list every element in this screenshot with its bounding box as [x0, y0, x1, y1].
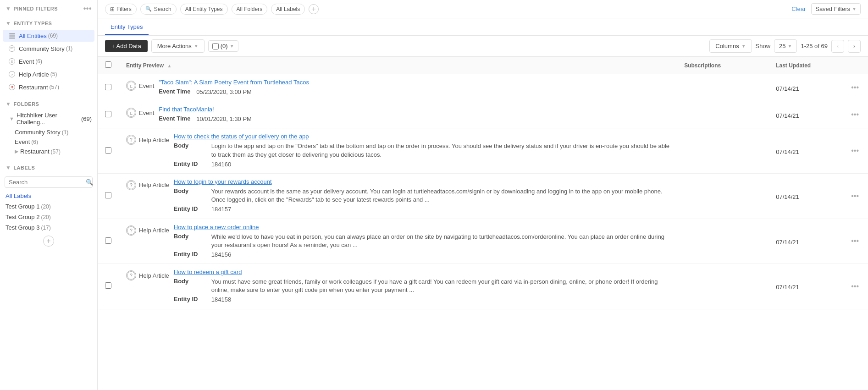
row-checkbox-0[interactable] — [105, 84, 111, 90]
row-checkbox-2[interactable] — [105, 147, 111, 154]
row-more-button[interactable]: ••• — [849, 280, 861, 292]
pinned-filters-more-icon[interactable]: ••• — [83, 5, 92, 13]
entity-title-link[interactable]: How to place a new order online — [174, 224, 669, 231]
clear-button[interactable]: Clear — [790, 4, 807, 14]
svg-text:E: E — [130, 111, 133, 115]
entity-title-link[interactable]: "Taco Slam": A Slam Poetry Event from Tu… — [159, 79, 309, 86]
entity-field-label: Body — [174, 233, 206, 240]
entity-field-label: Entity ID — [174, 296, 206, 302]
table-row: ? Help Article How to login to your rewa… — [98, 173, 868, 219]
actionbar: + Add Data More Actions ▼ (0) ▼ Columns … — [98, 36, 868, 57]
row-more-button[interactable]: ••• — [849, 82, 861, 93]
entity-type-icon: ? — [126, 180, 136, 190]
row-actions-cell: ••• — [842, 219, 868, 264]
svg-text:E: E — [11, 60, 13, 63]
filters-button[interactable]: ⊞ Filters — [105, 4, 137, 15]
folder-child-community-story[interactable]: Community Story (1) — [0, 127, 97, 137]
restaurant-icon: 📍 — [8, 83, 16, 91]
header-checkbox[interactable] — [105, 61, 111, 68]
row-checkbox-cell — [98, 74, 119, 101]
entity-field: Entity ID 184156 — [174, 251, 669, 259]
tab-entity-types[interactable]: Entity Types — [105, 20, 149, 35]
label-test-group-1[interactable]: Test Group 1 (20) — [0, 201, 97, 212]
columns-button[interactable]: Columns ▼ — [709, 39, 752, 53]
folders-header: ▼ FOLDERS — [0, 96, 97, 110]
entity-type-name: Help Article — [139, 137, 169, 143]
row-more-button[interactable]: ••• — [849, 235, 861, 247]
folders-label: FOLDERS — [13, 101, 39, 107]
event-icon: E — [8, 58, 16, 65]
all-labels-button[interactable]: All Labels — [271, 4, 305, 15]
table-row: ? Help Article How to place a new order … — [98, 219, 868, 264]
all-entities-count: (69) — [48, 33, 58, 39]
show-count-button[interactable]: 25 ▼ — [774, 39, 797, 53]
subscriptions-cell — [677, 101, 768, 128]
folder-child-event[interactable]: Event (6) — [0, 137, 97, 147]
sidebar-item-all-entities[interactable]: All Entities (69) — [3, 30, 94, 42]
add-data-button[interactable]: + Add Data — [105, 40, 148, 52]
entity-title-link[interactable]: Find that TacoMania! — [159, 106, 252, 113]
folder-child-restaurant[interactable]: ▶ Restaurant (57) — [0, 147, 97, 156]
entity-cell: ? Help Article How to place a new order … — [119, 219, 677, 264]
entity-field: Body You must have some great friends, f… — [174, 278, 669, 294]
last-updated-cell: 07/14/21 — [768, 74, 842, 101]
sidebar-item-restaurant[interactable]: 📍 Restaurant (57) — [3, 81, 94, 93]
entity-cell-inner: ? Help Article How to redeem a gift card… — [126, 269, 669, 304]
saved-filters-button[interactable]: Saved Filters ▼ — [811, 3, 861, 15]
sidebar-item-event[interactable]: E Event (6) — [3, 55, 94, 67]
th-entity-preview[interactable]: Entity Preview ▲ — [119, 57, 677, 74]
entity-type-icon: ? — [126, 135, 136, 145]
more-actions-button[interactable]: More Actions ▼ — [151, 39, 205, 53]
row-checkbox-3[interactable] — [105, 192, 111, 198]
row-actions-cell: ••• — [842, 173, 868, 219]
sidebar-item-community-story[interactable]: Community Story (1) — [3, 43, 94, 55]
row-checkbox-1[interactable] — [105, 111, 111, 117]
show-label: Show — [756, 43, 771, 49]
add-filter-button[interactable]: + — [309, 4, 319, 14]
event-label: Event — [19, 58, 34, 65]
entity-title-link[interactable]: How to redeem a gift card — [174, 269, 669, 275]
last-updated-cell: 07/14/21 — [768, 101, 842, 128]
all-folders-button[interactable]: All Folders — [232, 4, 268, 15]
entity-title-link[interactable]: How to check the status of your delivery… — [174, 133, 669, 140]
row-actions-cell: ••• — [842, 74, 868, 101]
sidebar-item-help-article[interactable]: ? Help Article (5) — [3, 68, 94, 80]
select-all-checkbox[interactable] — [212, 43, 219, 49]
labels-search-input[interactable] — [9, 179, 86, 186]
restaurant-count: (57) — [50, 84, 59, 90]
entity-field-label: Body — [174, 142, 206, 149]
table-header-row: Entity Preview ▲ Subscriptions Last Upda… — [98, 57, 868, 74]
add-label-button[interactable]: + — [43, 236, 54, 247]
row-more-button[interactable]: ••• — [849, 109, 861, 121]
next-page-button[interactable]: › — [848, 40, 861, 53]
entity-title-link[interactable]: How to login to your rewards account — [174, 178, 669, 185]
prev-page-button[interactable]: ‹ — [831, 40, 844, 53]
select-all-checkbox-area[interactable]: (0) ▼ — [208, 40, 238, 52]
row-actions-cell: ••• — [842, 101, 868, 128]
main-content: ⊞ Filters 🔍 Search All Entity Types All … — [98, 0, 868, 390]
row-checkbox-4[interactable] — [105, 237, 111, 244]
entity-type-col: ? Help Article — [126, 178, 169, 214]
label-test-group-3[interactable]: Test Group 3 (17) — [0, 222, 97, 233]
svg-text:E: E — [130, 84, 133, 88]
folder-hitchhiker[interactable]: ▼ Hitchhiker User Challeng... (69) — [0, 110, 97, 127]
labels-header: ▼ LABELS — [0, 160, 97, 174]
entity-field-value: 184158 — [211, 296, 231, 304]
table-row: E Event Find that TacoMania! Event Time … — [98, 101, 868, 128]
th-actions — [842, 57, 868, 74]
last-updated-value: 07/14/21 — [776, 284, 799, 291]
all-entity-types-button[interactable]: All Entity Types — [180, 4, 228, 15]
table-row: ? Help Article How to check the status o… — [98, 128, 868, 174]
entity-type-name: Event — [139, 82, 154, 89]
th-checkbox — [98, 57, 119, 74]
label-test-group-2[interactable]: Test Group 2 (20) — [0, 212, 97, 222]
label-all-labels[interactable]: All Labels — [0, 191, 97, 201]
filter-icon: ⊞ — [110, 6, 115, 12]
add-data-label: + Add Data — [111, 43, 141, 49]
chevron-down-show-icon: ▼ — [788, 44, 792, 49]
labels-label: LABELS — [13, 165, 35, 170]
search-button[interactable]: 🔍 Search — [140, 4, 177, 15]
row-checkbox-5[interactable] — [105, 282, 111, 289]
row-more-button[interactable]: ••• — [849, 145, 861, 157]
row-more-button[interactable]: ••• — [849, 190, 861, 202]
